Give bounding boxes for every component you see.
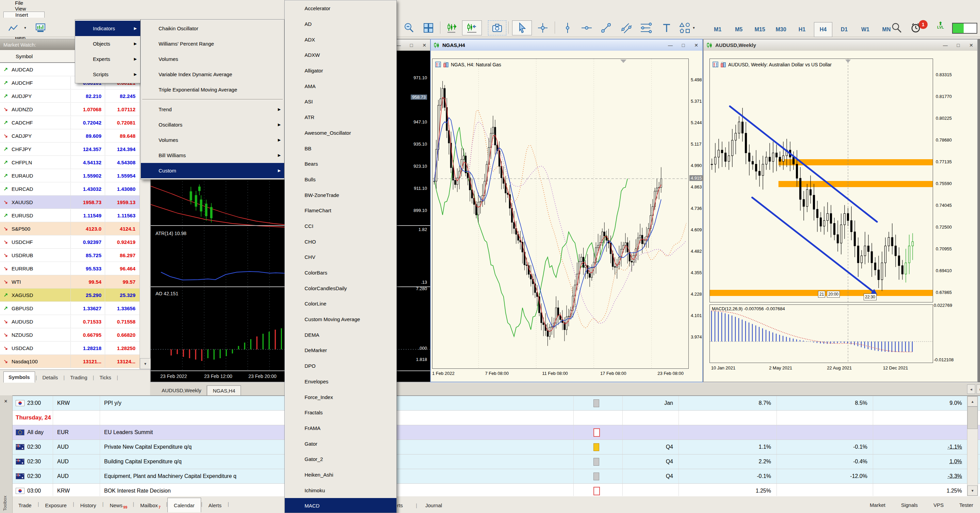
menubar-item[interactable]: File — [3, 0, 45, 6]
market-watch-row[interactable]: ↘ USDCHF 0.92397 0.92419 — [0, 235, 150, 249]
channel-button[interactable] — [617, 21, 636, 35]
custom-indicator-item[interactable]: DEMA — [285, 327, 396, 343]
custom-indicator-item[interactable]: Accelerator — [285, 1, 396, 16]
market-watch-row[interactable]: ↘ WTI 99.54 99.57 — [0, 275, 150, 289]
custom-indicator-item[interactable]: Envelopes — [285, 374, 396, 389]
shapes-button[interactable]: ▼ — [676, 21, 698, 35]
insert-menu-item[interactable]: Indicators ▶ — [75, 21, 140, 36]
market-watch-row[interactable]: ↗ EURAUD 1.55902 1.55954 — [0, 169, 150, 182]
market-watch-tab[interactable]: Trading — [65, 372, 92, 383]
calendar-row[interactable]: 02:30 AUD Equipment, Plant and Machinery… — [12, 469, 980, 484]
market-watch-row[interactable]: ↘ Nasdaq100 13121... 13124... — [0, 355, 150, 368]
market-watch-row[interactable]: ↗ CADCHF 0.72042 0.72081 — [0, 116, 150, 129]
toolbox-tab[interactable]: News 99 — [103, 499, 133, 511]
indicator-group-item[interactable]: Oscillators ▶ — [141, 117, 284, 132]
custom-indicator-item[interactable]: BW-ZoneTrade — [285, 187, 396, 203]
scroll-up-button[interactable]: ▲ — [967, 396, 978, 407]
one-click-trading-icon[interactable] — [443, 62, 449, 67]
toolbox-tab[interactable]: History — [74, 499, 102, 511]
shift-chart-forward-button[interactable] — [443, 21, 461, 35]
tile-windows-button[interactable] — [419, 21, 438, 35]
toolbox-tab[interactable]: Alerts — [202, 499, 228, 511]
timeframe-button[interactable]: W1 — [856, 22, 875, 37]
custom-indicator-item[interactable]: ColorCandlesDaily — [285, 280, 396, 296]
calendar-row[interactable]: 03:00 KRW BOK Interest Rate Decision 1.2… — [12, 484, 980, 497]
maximize-button[interactable]: □ — [680, 43, 687, 48]
market-watch-row[interactable]: ↘ USDCAD 1.28218 1.28250 — [0, 341, 150, 355]
custom-indicator-item[interactable]: ASI — [285, 94, 396, 110]
indicator-menu-item[interactable]: Triple Exponential Moving Average — [141, 82, 284, 97]
calendar-row[interactable]: 02:30 AUD Private New Capital Expenditur… — [12, 440, 980, 454]
window-title-bar[interactable]: AUDUSD,Weekly — □ ✕ — [704, 40, 977, 51]
minimize-button[interactable]: — — [667, 43, 674, 48]
custom-indicator-item[interactable]: ColorLine — [285, 296, 396, 311]
custom-indicator-item[interactable]: Bulls — [285, 172, 396, 187]
symbol-column-header[interactable]: Symbol — [11, 53, 70, 59]
close-button[interactable]: ✕ — [968, 43, 975, 48]
market-watch-row[interactable]: ↘ XAUUSD 1958.73 1959.13 — [0, 195, 150, 209]
macd-pane[interactable]: MACD(12,26,9) -0.007056 -0.007684 — [710, 305, 933, 363]
timeframe-button[interactable]: M15 — [751, 22, 769, 37]
custom-indicator-item[interactable]: CCI — [285, 218, 396, 234]
close-button[interactable]: ✕ — [693, 43, 700, 48]
quotes-panel-icon[interactable] — [435, 62, 441, 67]
time-tag[interactable]: 20:00 — [827, 291, 840, 298]
custom-indicator-item[interactable]: MACD — [285, 498, 396, 513]
cursor-button[interactable] — [512, 21, 532, 35]
indicator-menu-item[interactable]: Chaikin Oscillator — [141, 21, 284, 36]
market-watch-row[interactable]: ↗ CHFJPY 124.357 124.394 — [0, 143, 150, 156]
status-item[interactable]: Market — [868, 502, 885, 508]
vertical-line-button[interactable] — [559, 21, 576, 35]
ngas-price-axis[interactable]: 4.915 5.4985.3715.2445.1174.9904.8634.73… — [689, 59, 703, 368]
ngas-chart-area[interactable]: NGAS, H4: Natural Gas — [432, 59, 689, 369]
maximize-button[interactable]: □ — [408, 43, 415, 48]
indicator-menu-item[interactable]: Volumes — [141, 51, 284, 67]
market-watch-row[interactable]: ↗ EURCAD 1.43032 1.43080 — [0, 182, 150, 195]
custom-indicator-item[interactable]: CHV — [285, 249, 396, 265]
audusd-chart-area[interactable]: AUDUSD, Weekly: Australian Dollar vs US … — [710, 59, 933, 302]
custom-indicator-item[interactable]: Bears — [285, 156, 396, 172]
custom-indicator-item[interactable]: Custom Moving Average — [285, 311, 396, 327]
trendline-button[interactable] — [597, 21, 615, 35]
indicator-menu-item[interactable]: Williams' Percent Range — [141, 36, 284, 51]
status-item[interactable]: Tester — [957, 502, 973, 508]
levels-button[interactable]: ⬆ LVL — [934, 21, 947, 29]
market-watch-tab[interactable]: Symbols — [3, 372, 35, 383]
custom-indicator-item[interactable]: Gator — [285, 436, 396, 451]
custom-indicator-item[interactable]: Awesome_Oscillator — [285, 125, 396, 141]
time-tag[interactable]: 22:30 — [864, 294, 877, 300]
toolbox-tab[interactable]: Trade — [12, 499, 38, 511]
market-watch-row[interactable]: ↗ EURUSD 1.11549 1.11563 — [0, 209, 150, 222]
tabs-scroll-right-button[interactable]: ► — [977, 384, 980, 394]
search-button[interactable] — [888, 21, 906, 35]
market-watch-row[interactable]: ↘ AUDNZD 1.07068 1.07112 — [0, 103, 150, 116]
calendar-row[interactable]: All day EUR EU Leaders Summit — [12, 425, 980, 440]
chart-tab[interactable]: NGAS,H4 — [207, 386, 241, 395]
scroll-down-button[interactable]: ▼ — [140, 358, 151, 369]
fibonacci-button[interactable] — [636, 21, 656, 35]
status-item[interactable]: Signals — [899, 502, 918, 508]
market-watch-row[interactable]: ↗ CHFPLN 4.54132 4.54308 — [0, 156, 150, 169]
timeframe-button[interactable]: H4 — [814, 22, 832, 37]
indicator-menu-item[interactable]: Variable Index Dynamic Average — [141, 67, 284, 82]
time-tag[interactable]: 21 — [818, 291, 825, 298]
custom-indicator-item[interactable]: DeMarker — [285, 343, 396, 358]
custom-indicator-item[interactable]: AD — [285, 16, 396, 32]
custom-indicator-item[interactable]: Heiken_Ashi — [285, 467, 396, 483]
timeframe-button[interactable]: H1 — [793, 22, 811, 37]
one-click-trading-icon[interactable] — [721, 62, 726, 67]
custom-indicator-item[interactable]: BB — [285, 140, 396, 156]
close-panel-button[interactable]: ✕ — [2, 398, 9, 405]
chart-tab[interactable]: AUDUSD,Weekly — [156, 386, 207, 395]
calendar-row[interactable]: 02:30 AUD Building Capital Expenditure q… — [12, 454, 980, 469]
indicator-group-item[interactable]: Trend ▶ — [141, 102, 284, 117]
insert-menu-item[interactable]: Objects ▶ — [75, 36, 140, 51]
custom-indicator-item[interactable]: CHO — [285, 234, 396, 249]
toolbox-tab[interactable]: Calendar — [167, 498, 201, 512]
timeframe-button[interactable]: M1 — [708, 22, 727, 37]
market-watch-row[interactable]: ↗ XAGUSD 25.290 25.329 — [0, 289, 150, 302]
insert-menu-item[interactable]: Experts ▶ — [75, 51, 140, 67]
calendar-scrollbar[interactable]: ▲ ▼ — [967, 396, 978, 496]
quotes-panel-icon[interactable] — [713, 62, 718, 67]
custom-indicator-item[interactable]: Alligator — [285, 63, 396, 79]
